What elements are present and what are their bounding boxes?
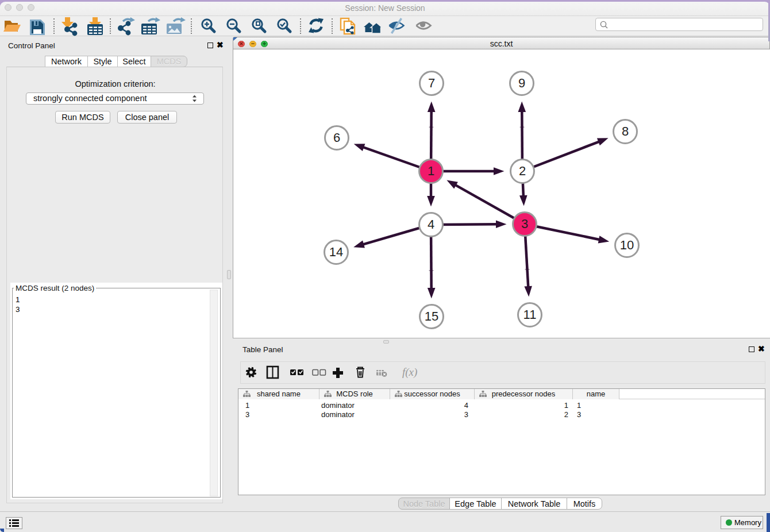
svg-text:9: 9	[518, 76, 525, 90]
svg-text:2: 2	[519, 164, 526, 178]
svg-text:8: 8	[622, 124, 629, 138]
svg-text:10: 10	[620, 238, 634, 252]
svg-text:15: 15	[425, 309, 438, 323]
svg-text:f(x): f(x)	[402, 366, 417, 379]
svg-text:4: 4	[428, 217, 434, 232]
svg-text:6: 6	[333, 130, 340, 145]
svg-text:7: 7	[428, 76, 435, 90]
svg-text:14: 14	[329, 245, 343, 259]
svg-text:1: 1	[428, 164, 434, 178]
svg-text:3: 3	[521, 217, 528, 231]
svg-text:11: 11	[523, 307, 537, 322]
